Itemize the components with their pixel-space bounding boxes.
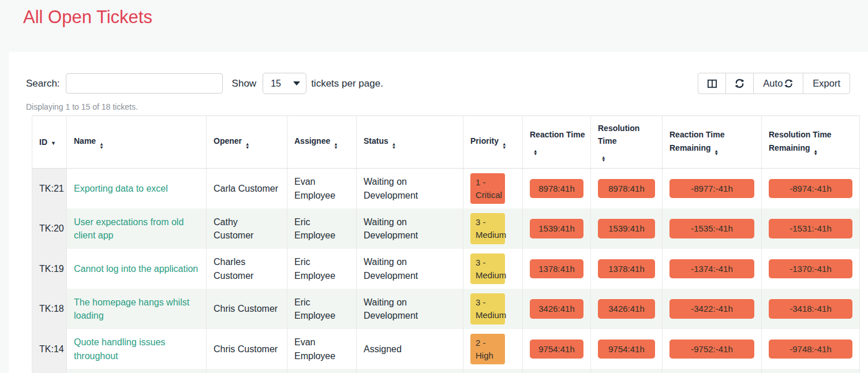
opener-cell: Chris Customer [207,329,287,370]
priority-badge: 3 - Medium [470,213,505,244]
export-label: Export [813,78,840,89]
column-label: Resolution Time [598,124,639,146]
table-row: TK:13Validation on the edit book pageCar… [32,369,860,373]
sort-icon: ▲▼ [99,143,103,149]
auto-refresh-button[interactable]: Auto [753,73,803,94]
content-panel: Search: Show 15 tickets per page. [9,52,868,373]
assignee-cell: Eric Employee [287,208,357,249]
reaction-time-cell: 8978:41h [523,168,591,208]
resolution-time-badge: 1378:41h [598,259,655,279]
priority-badge: 1 - Critical [470,173,505,204]
column-header-reaction-time-remaining[interactable]: Reaction Time Remaining▲▼ [663,116,762,169]
resolution-time-cell: 1442:41h [591,369,663,373]
reaction-time-cell: 9754:41h [523,329,591,370]
priority-cell: 3 - Medium [463,208,523,249]
column-label: ID [39,137,47,147]
reaction-time-badge: 9754:41h [530,340,583,359]
page: All Open Tickets Search: Show 15 tickets… [0,0,868,373]
ticket-name-link[interactable]: The homepage hangs whilst loading [74,297,189,320]
resolution-time-remaining-cell: -9748:-41h [762,329,860,370]
ticket-id-cell: TK:18 [32,289,67,329]
per-page-label: tickets per page. [311,78,383,89]
resolution-time-remaining-badge: -8974:-41h [769,179,852,199]
sort-icon: ▲▼ [601,156,605,162]
priority-cell: 3 - Medium [463,249,523,289]
column-header-assignee[interactable]: Assignee▲▼ [287,116,357,169]
table-row: TK:19Cannot log into the applicationChar… [32,249,860,289]
priority-cell: 4 - Low [463,369,523,373]
refresh-button[interactable] [725,73,754,94]
search-label: Search: [26,78,60,89]
column-header-opener[interactable]: Opener▲▼ [207,116,287,169]
table-body: TK:21Exporting data to excelCarla Custom… [32,168,860,373]
ticket-id-cell: TK:13 [32,369,67,373]
page-size-value: 15 [271,79,281,89]
column-label: Status [364,136,388,146]
sort-icon: ▲▼ [334,143,338,149]
opener-cell: Cathy Customer [207,208,287,249]
resolution-time-cell: 1539:41h [591,208,663,249]
resolution-time-remaining-cell [762,369,860,373]
ticket-id-cell: TK:20 [32,208,67,249]
resolution-time-cell: 9754:41h [591,329,663,370]
ticket-name-cell: Cannot log into the application [67,249,207,289]
reaction-time-remaining-cell: -3422:-41h [663,289,762,329]
table-row: TK:14Quote handling issues throughoutChr… [32,329,860,370]
status-cell: Waiting on Development [357,249,463,289]
auto-refresh-icon [784,79,794,88]
column-label: Assignee [294,136,330,146]
assignee-cell: Evan Employee [287,369,357,373]
resolution-time-remaining-badge: -9748:-41h [769,340,852,359]
sort-icon: ▲▼ [502,143,506,149]
status-cell: Waiting on Development [357,208,463,249]
resolution-time-badge: 3426:41h [598,299,655,319]
column-header-resolution-time-remaining[interactable]: Resolution Time Remaining▲▼ [762,116,860,169]
chevron-down-icon [293,81,300,85]
sort-icon: ▲▼ [392,143,396,149]
page-size-select[interactable]: 15 [263,73,306,94]
column-header-priority[interactable]: Priority▲▼ [463,116,523,169]
auto-refresh-label: Auto [763,78,783,89]
ticket-name-cell: Exporting data to excel [67,168,207,208]
resolution-time-cell: 1378:41h [591,249,663,289]
reaction-time-remaining-badge: -1535:-41h [669,219,754,238]
reaction-time-cell: 1442:41h [523,369,591,373]
assignee-cell: Eric Employee [287,289,357,329]
ticket-name-link[interactable]: Quote handling issues throughout [74,337,165,360]
sort-icon: ▲▼ [245,143,249,149]
column-label: Opener [214,136,242,146]
column-header-reaction-time[interactable]: Reaction Time▲▼ [523,116,591,169]
show-label: Show [232,78,257,89]
export-button[interactable]: Export [803,73,850,94]
resolution-time-badge: 9754:41h [598,340,655,359]
ticket-name-link[interactable]: Exporting data to excel [74,184,168,193]
resolution-time-remaining-badge: -1370:-41h [769,259,852,279]
ticket-name-cell: Quote handling issues throughout [67,329,207,370]
column-header-id[interactable]: ID▼ [32,116,67,169]
assignee-cell: Eric Employee [287,249,357,289]
toggle-columns-button[interactable] [698,73,726,94]
resolution-time-cell: 3426:41h [591,289,663,329]
column-header-status[interactable]: Status▲▼ [357,116,463,169]
column-header-name[interactable]: Name▲▼ [67,116,207,169]
ticket-name-cell: Validation on the edit book page [67,369,207,373]
resolution-time-remaining-cell: -3418:-41h [762,289,860,329]
opener-cell: Carla Customer [207,369,287,373]
resolution-time-badge: 8978:41h [598,179,655,199]
columns-icon [706,78,718,89]
status-cell: Waiting on Development [357,289,463,329]
ticket-name-link[interactable]: User expectations from old client app [74,217,184,240]
sort-descending-icon: ▼ [51,140,56,146]
column-header-resolution-time[interactable]: Resolution Time▲▼ [591,116,663,169]
reaction-time-remaining-cell: -1374:-41h [663,249,762,289]
toolbar: Search: Show 15 tickets per page. [26,73,850,94]
ticket-name-link[interactable]: Cannot log into the application [74,264,198,274]
sort-icon: ▲▼ [533,150,537,156]
table-row: TK:21Exporting data to excelCarla Custom… [32,168,860,208]
assignee-cell: Evan Employee [287,168,357,208]
results-summary: Displaying 1 to 15 of 18 tickets. [26,102,850,111]
assignee-cell: Evan Employee [287,329,357,370]
opener-cell: Charles Customer [207,249,287,289]
resolution-time-remaining-cell: -1370:-41h [762,249,860,289]
search-input[interactable] [66,73,223,94]
